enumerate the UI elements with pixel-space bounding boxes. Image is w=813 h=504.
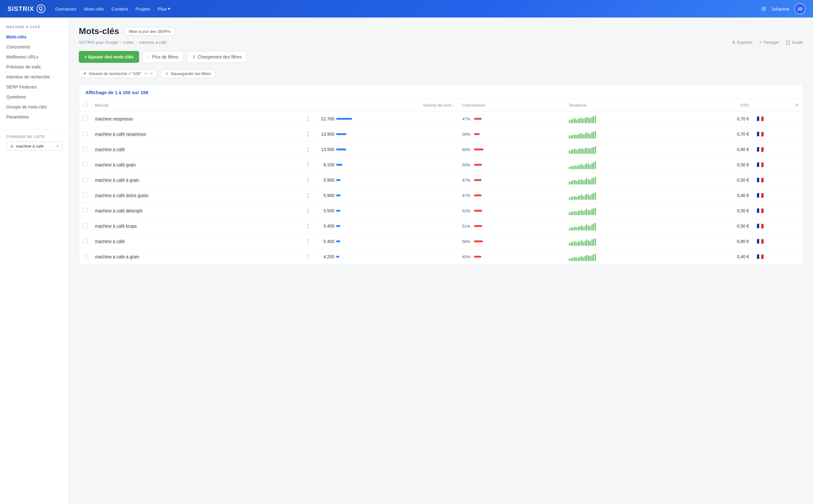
- logo[interactable]: SISTRIX Q: [8, 4, 45, 13]
- row-checkbox[interactable]: [83, 208, 88, 213]
- keyword-cell[interactable]: machine à café krups: [91, 219, 302, 234]
- trend-bar: [581, 179, 582, 184]
- keyword-cell[interactable]: machine à café dolce gusto: [91, 188, 302, 203]
- trend-bar: [586, 239, 587, 246]
- select-all-header[interactable]: [79, 99, 91, 111]
- trend-bar: [586, 224, 587, 230]
- trend-bar: [572, 258, 573, 261]
- volume-cell: 13.900: [314, 127, 458, 142]
- share-icon: ↗: [759, 40, 762, 45]
- serp-icon: ≡6: [306, 116, 311, 122]
- row-checkbox-cell: [79, 142, 91, 157]
- trend-bar: [595, 146, 596, 154]
- col-serp: [302, 99, 314, 111]
- volume-bar: [336, 179, 341, 181]
- save-filter-button[interactable]: ⬇ Sauvegarder les filtres: [160, 69, 215, 78]
- row-checkbox[interactable]: [83, 254, 88, 259]
- row-checkbox[interactable]: [83, 177, 88, 182]
- trend-bar: [591, 255, 593, 261]
- row-checkbox-cell: [79, 219, 91, 234]
- trend-bar: [583, 134, 584, 139]
- concurrence-bar: [474, 194, 482, 196]
- nav-projets[interactable]: Projets: [135, 6, 150, 12]
- row-checkbox-cell: [79, 188, 91, 203]
- keyword-cell[interactable]: machine à café à grain: [91, 173, 302, 188]
- cpc-cell: 0,70 €: [685, 127, 753, 142]
- sidebar-item-parametres[interactable]: Paramètres: [0, 112, 68, 122]
- flag-cell: 🇫🇷: [753, 188, 803, 203]
- sidebar-item-questions[interactable]: Questions: [0, 92, 68, 102]
- volume-number: 4.200: [318, 254, 334, 259]
- sidebar-item-mots-cles[interactable]: Mots-clés: [0, 32, 68, 42]
- nav-mots-cles[interactable]: Mots-clés: [84, 6, 104, 12]
- trend-bar: [579, 257, 580, 261]
- col-cpc: CPC: [685, 99, 753, 111]
- mise-a-jour-button[interactable]: Mise à jour des SERPs: [124, 27, 175, 36]
- load-filters-button[interactable]: ⬇ Chargement des filtres: [187, 51, 247, 63]
- sidebar-item-intention[interactable]: Intention de recherche: [0, 72, 68, 82]
- guide-button[interactable]: 📋 Guide: [785, 40, 803, 45]
- row-checkbox[interactable]: [83, 239, 88, 243]
- keyword-cell[interactable]: machine à café delonghi: [91, 203, 302, 219]
- concurrence-bar: [474, 256, 481, 258]
- keyword-cell[interactable]: machine à café nespresso: [91, 127, 302, 142]
- row-checkbox[interactable]: [83, 223, 88, 228]
- table-row: machine nespresso≡6 22.700 47% 0,70 €🇫🇷: [79, 111, 803, 127]
- trend-bar: [576, 181, 577, 184]
- row-checkbox[interactable]: [83, 116, 88, 121]
- sidebar-item-meilleures-urls[interactable]: Meilleures URLs: [0, 52, 68, 62]
- more-filters-button[interactable]: ⬦ Plus de filtres: [142, 51, 184, 63]
- trend-bar: [593, 208, 594, 215]
- volume-number: 5.450: [318, 224, 334, 229]
- user-avatar[interactable]: JD: [794, 3, 805, 14]
- flag-icon: 🇫🇷: [757, 146, 764, 153]
- row-checkbox[interactable]: [83, 162, 88, 167]
- keyword-cell[interactable]: machine nespresso: [91, 111, 302, 127]
- trend-bar: [589, 149, 591, 154]
- filter-remove-icon[interactable]: ✕: [150, 71, 153, 76]
- nav-plus[interactable]: Plus ▾: [158, 6, 170, 12]
- list-selector[interactable]: G machine à café ▾: [6, 142, 62, 151]
- trend-bar: [569, 228, 570, 230]
- add-keywords-button[interactable]: + Ajouter des mots clés: [79, 51, 139, 63]
- cpc-cell: 0,80 €: [685, 142, 753, 157]
- breadcrumb-sistrix[interactable]: SISTRIX pour Google: [79, 40, 118, 45]
- row-checkbox[interactable]: [83, 193, 88, 197]
- volume-bar-wrap: 5.900: [318, 178, 455, 183]
- row-checkbox[interactable]: [83, 131, 88, 136]
- partager-button[interactable]: ↗ Partager: [759, 40, 779, 45]
- trend-cell: [565, 111, 685, 127]
- exporter-button[interactable]: ⬇ Exporter: [732, 40, 752, 45]
- volume-bar-wrap: 5.450: [318, 224, 455, 229]
- trend-bar: [579, 118, 580, 123]
- trend-bar: [574, 257, 575, 261]
- sidebar-item-prevision[interactable]: Prévision de trafic: [0, 62, 68, 72]
- trend-bar: [578, 149, 579, 154]
- volume-number: 5.500: [318, 208, 334, 213]
- keyword-cell[interactable]: machine a cafe a grain: [91, 249, 302, 265]
- nav-domaines[interactable]: Domaines: [55, 6, 77, 12]
- trend-bar: [589, 118, 591, 123]
- trend-bars: [569, 206, 681, 215]
- nav-content[interactable]: Content: [112, 6, 128, 12]
- trend-cell: [565, 219, 685, 234]
- grid-icon[interactable]: ⊞: [761, 5, 766, 12]
- breadcrumb-listes[interactable]: Listes: [123, 40, 134, 45]
- keyword-cell[interactable]: machine à café: [91, 142, 302, 157]
- volume-number: 8.100: [318, 162, 334, 167]
- sidebar-item-serp[interactable]: SERP Features: [0, 82, 68, 92]
- trend-bar: [578, 227, 579, 230]
- trend-bar: [591, 178, 593, 184]
- trend-bar: [589, 241, 591, 246]
- row-checkbox[interactable]: [83, 147, 88, 151]
- trend-bar: [571, 212, 572, 215]
- keyword-cell[interactable]: machine a café: [91, 234, 302, 249]
- sidebar-item-groupe[interactable]: Groupe de mots-clés: [0, 102, 68, 112]
- select-all-checkbox[interactable]: [83, 102, 88, 107]
- keyword-cell[interactable]: machine à café grain: [91, 157, 302, 173]
- trend-bar: [588, 194, 589, 200]
- filter-edit-icon[interactable]: ✏: [144, 71, 148, 76]
- sidebar-item-concurrents[interactable]: Concurrents: [0, 42, 68, 52]
- table-row: machine a cafe a grain≡7 4.200 45% 0,40 …: [79, 249, 803, 265]
- volume-number: 22.700: [318, 116, 334, 121]
